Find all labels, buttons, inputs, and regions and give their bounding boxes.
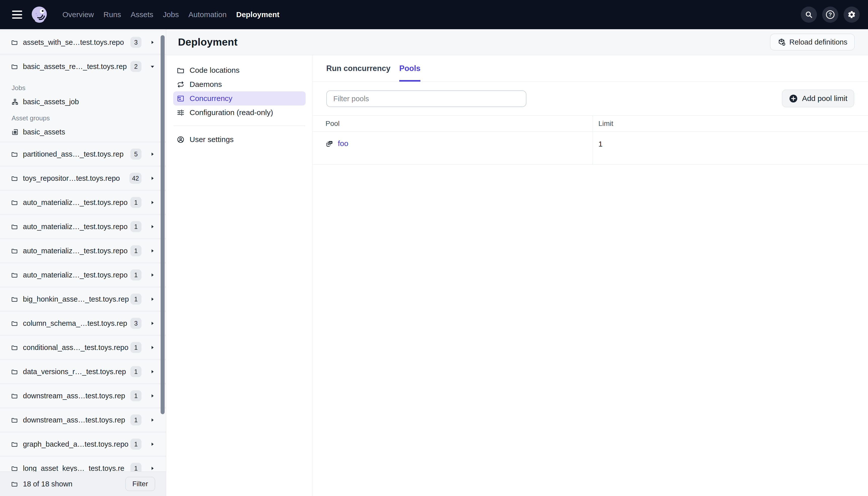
deployment-nav-code-locations[interactable]: Code locations	[173, 63, 305, 77]
sidebar-repo-row[interactable]: partitioned_ass…_test.toys.rep5	[0, 142, 166, 166]
repo-name: partitioned_ass…_test.toys.rep	[23, 150, 130, 158]
search-icon	[805, 10, 813, 19]
topnav-actions: ?	[801, 6, 860, 23]
sidebar-repo-row[interactable]: auto_materializ…_test.toys.repo1	[0, 239, 166, 262]
repo-name: auto_materializ…_test.toys.repo	[23, 222, 130, 231]
page-header: Deployment Reload definitions	[166, 29, 868, 55]
settings-button[interactable]	[843, 6, 860, 23]
chevron-right-icon[interactable]	[149, 296, 156, 303]
folder-icon	[11, 481, 18, 487]
pool-link-foo[interactable]: foo	[338, 139, 348, 148]
pools-toolbar: Add pool limit	[312, 82, 868, 115]
sidebar-scrollbar[interactable]	[161, 35, 164, 414]
sidebar-repo-row[interactable]: graph_backed_a…test.toys.repo1	[0, 433, 166, 456]
repo-card: toys_repositor…test.toys.repo42	[0, 167, 166, 190]
chevron-right-icon[interactable]	[149, 272, 156, 278]
sidebar-repo-row[interactable]: conditional_ass…_test.toys.repo1	[0, 336, 166, 359]
repo-count-badge: 3	[130, 37, 141, 48]
add-pool-limit-label: Add pool limit	[802, 94, 847, 103]
deployment-nav-daemons[interactable]: Daemons	[173, 77, 305, 91]
repo-count-badge: 1	[130, 366, 141, 377]
deployment-nav-label: Daemons	[190, 80, 222, 89]
chevron-right-icon[interactable]	[149, 320, 156, 327]
pool-icon	[326, 140, 333, 148]
chevron-right-icon[interactable]	[149, 417, 156, 423]
dagster-logo-icon[interactable]	[31, 6, 48, 24]
tab-pools[interactable]: Pools	[399, 55, 421, 81]
add-pool-limit-button[interactable]: Add pool limit	[782, 90, 854, 107]
chevron-right-icon[interactable]	[149, 392, 156, 399]
sidebar-repo-row[interactable]: basic_assets_re…_test.toys.rep2	[0, 55, 166, 78]
sidebar-repo-row[interactable]: toys_repositor…test.toys.repo42	[0, 167, 166, 190]
section-label: Asset groups	[12, 114, 166, 122]
folder-icon	[11, 417, 18, 423]
folder-icon	[11, 465, 18, 472]
repo-card: column_schema_…test.toys.rep3	[0, 311, 166, 335]
chevron-right-icon[interactable]	[149, 175, 156, 182]
sidebar-filter-button[interactable]: Filter	[125, 477, 155, 491]
tab-run-concurrency[interactable]: Run concurrency	[326, 55, 391, 81]
repo-name: basic_assets_re…_test.toys.rep	[23, 62, 130, 71]
chevron-right-icon[interactable]	[149, 199, 156, 206]
chevron-down-icon[interactable]	[149, 63, 156, 70]
sidebar-repo-row[interactable]: downstream_ass…test.toys.rep1	[0, 384, 166, 407]
chevron-right-icon[interactable]	[149, 248, 156, 254]
chevron-right-icon[interactable]	[149, 441, 156, 448]
repo-count-badge: 1	[130, 245, 141, 256]
folder-icon	[11, 39, 18, 46]
chevron-right-icon[interactable]	[149, 368, 156, 375]
user-icon	[177, 136, 185, 143]
sidebar-repo-row[interactable]: auto_materializ…_test.toys.repo1	[0, 263, 166, 286]
chevron-right-icon[interactable]	[149, 465, 156, 472]
deployment-nav-configuration-read-only[interactable]: Configuration (read-only)	[173, 106, 305, 120]
filter-pools-input[interactable]	[326, 90, 526, 107]
gear-icon	[847, 10, 856, 19]
sidebar-repo-row[interactable]: assets_with_se…test.toys.repo3	[0, 31, 166, 54]
folder-icon	[11, 272, 18, 278]
sidebar-repo-row[interactable]: big_honkin_asse…_test.toys.rep1	[0, 288, 166, 311]
asset-group-icon	[12, 129, 18, 136]
deployment-nav-user-settings[interactable]: User settings	[173, 133, 305, 146]
folder-icon	[11, 441, 18, 448]
topnav-link-automation[interactable]: Automation	[188, 10, 226, 19]
topnav-link-runs[interactable]: Runs	[104, 10, 121, 19]
topnav-link-overview[interactable]: Overview	[62, 10, 94, 19]
repo-card: partitioned_ass…_test.toys.rep5	[0, 142, 166, 166]
chevron-right-icon[interactable]	[149, 223, 156, 230]
repo-name: assets_with_se…test.toys.repo	[23, 38, 130, 47]
folder-icon	[11, 151, 18, 158]
deployment-nav-label: Code locations	[190, 66, 239, 75]
hamburger-menu-icon[interactable]	[12, 11, 22, 19]
help-button[interactable]: ?	[822, 6, 838, 23]
page-title: Deployment	[178, 36, 238, 48]
chevron-right-icon[interactable]	[149, 151, 156, 158]
sidebar-repo-row[interactable]: column_schema_…test.toys.rep3	[0, 312, 166, 335]
repo-count-badge: 1	[130, 342, 141, 353]
search-button[interactable]	[801, 6, 817, 23]
chevron-right-icon[interactable]	[149, 344, 156, 351]
configuration-icon	[177, 109, 185, 117]
deployment-nav: Code locationsDaemonsConcurrencyConfigur…	[166, 55, 312, 496]
repo-card: graph_backed_a…test.toys.repo1	[0, 432, 166, 456]
repo-card: auto_materializ…_test.toys.repo1	[0, 215, 166, 238]
sidebar-repo-row[interactable]: auto_materializ…_test.toys.repo1	[0, 191, 166, 214]
job-icon	[12, 98, 18, 105]
sidebar-repo-row[interactable]: data_versions_r…_test.toys.rep1	[0, 360, 166, 383]
code-location-sidebar: assets_with_se…test.toys.repo3basic_asse…	[0, 29, 166, 496]
deployment-nav-concurrency[interactable]: Concurrency	[173, 91, 305, 106]
topnav-link-assets[interactable]: Assets	[131, 10, 153, 19]
repo-count-text: 18 of 18 shown	[23, 480, 73, 488]
sidebar-item-basic_assets[interactable]: basic_assets	[0, 125, 166, 138]
folder-icon	[11, 368, 18, 375]
concurrency-content: Run concurrency Pools Add pool limit Poo…	[312, 55, 868, 496]
topnav-link-jobs[interactable]: Jobs	[163, 10, 179, 19]
sidebar-repo-row[interactable]: downstream_ass…test.toys.rep1	[0, 408, 166, 432]
section-label: Jobs	[12, 84, 166, 92]
sidebar-item-label: basic_assets_job	[23, 98, 79, 106]
sidebar-repo-row[interactable]: auto_materializ…_test.toys.repo1	[0, 215, 166, 238]
topnav-link-deployment[interactable]: Deployment	[236, 10, 280, 19]
reload-definitions-button[interactable]: Reload definitions	[770, 34, 855, 50]
plus-circle-icon	[789, 94, 798, 103]
chevron-right-icon[interactable]	[149, 39, 156, 46]
sidebar-item-basic_assets_job[interactable]: basic_assets_job	[0, 95, 166, 108]
